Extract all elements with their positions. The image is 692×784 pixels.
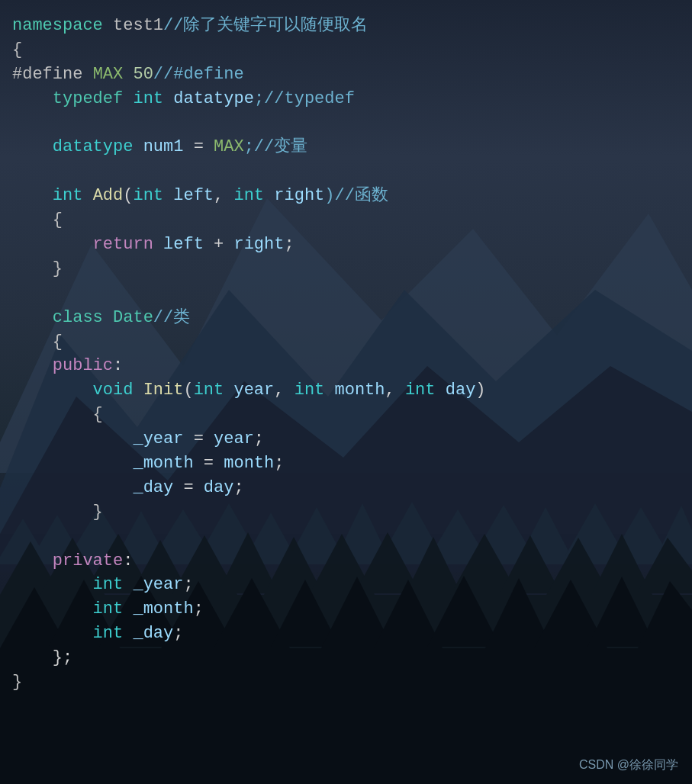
code-token: { (12, 405, 103, 424)
code-token: month (335, 381, 385, 400)
code-token: return (12, 235, 153, 254)
code-token: ; (254, 429, 264, 448)
code-line: class Date//类 (12, 306, 674, 330)
code-token: ; (183, 575, 193, 594)
code-token: _year (12, 429, 183, 448)
code-token: //除了关键字可以随便取名 (163, 16, 368, 35)
code-token (133, 381, 143, 400)
code-token: ) (475, 381, 485, 400)
code-token (133, 137, 143, 156)
code-token: MAX (214, 137, 244, 156)
code-token: private (12, 551, 123, 570)
code-token: )//函数 (324, 186, 388, 205)
code-line: private: (12, 549, 674, 574)
code-token (103, 16, 113, 35)
code-token: day (204, 478, 234, 497)
code-token: : (113, 356, 123, 375)
watermark-text: CSDN @徐徐同学 (579, 758, 678, 771)
code-token: + (204, 235, 234, 254)
code-token (324, 381, 334, 400)
code-token: left (173, 186, 214, 205)
code-token: class (12, 308, 103, 327)
code-token (103, 308, 113, 327)
code-token: right (233, 235, 284, 254)
code-token: Date (113, 308, 153, 327)
code-line (12, 281, 674, 306)
code-token: right (274, 186, 324, 205)
code-token: { (12, 210, 63, 230)
code-token: }; (12, 648, 72, 667)
code-token: int (194, 381, 224, 400)
code-line: typedef int datatype;//typedef (12, 87, 674, 111)
code-token: ;//变量 (244, 137, 308, 156)
code-token: _year (133, 575, 183, 594)
code-line: void Init(int year, int month, int day) (12, 378, 674, 403)
code-line: { (12, 38, 674, 63)
code-token: ; (173, 624, 183, 643)
code-token: int (133, 186, 163, 205)
code-line: int Add(int left, int right)//函数 (12, 184, 674, 208)
code-token: datatype (12, 137, 133, 156)
code-token: { (12, 40, 22, 59)
code-token (123, 624, 133, 643)
code-line: datatype num1 = MAX;//变量 (12, 135, 674, 159)
code-token: int (12, 186, 82, 205)
code-token: ; (274, 454, 284, 473)
code-token: _day (133, 624, 173, 643)
code-token: Init (143, 381, 184, 400)
code-token (224, 381, 233, 400)
code-token: : (123, 551, 133, 570)
code-token: typedef (12, 89, 123, 108)
code-token: int (295, 381, 325, 400)
code-token: day (446, 381, 476, 400)
code-token (436, 381, 446, 400)
code-token: datatype (173, 89, 254, 108)
code-line: } (12, 500, 674, 525)
code-token: int (405, 381, 436, 400)
code-token: #define (12, 65, 82, 84)
code-token: MAX (93, 65, 124, 84)
code-line: _month = month; (12, 451, 674, 476)
code-line: { (12, 208, 674, 233)
code-token: ( (183, 381, 193, 400)
code-token (123, 65, 133, 84)
code-display: namespace test1//除了关键字可以随便取名{#define MAX… (12, 14, 674, 695)
code-token: } (12, 259, 63, 278)
code-token: { (12, 333, 63, 352)
code-token: void (12, 381, 133, 400)
code-token: } (12, 503, 103, 522)
code-line (12, 159, 674, 184)
code-token: _month (133, 599, 193, 619)
code-line: namespace test1//除了关键字可以随便取名 (12, 14, 674, 38)
code-line: _year = year; (12, 427, 674, 451)
code-line: #define MAX 50//#define (12, 63, 674, 87)
code-token: , (274, 381, 294, 400)
code-token: ; (233, 478, 243, 497)
code-container: namespace test1//除了关键字可以随便取名{#define MAX… (0, 0, 692, 784)
code-line: public: (12, 354, 674, 378)
code-line: _day = day; (12, 476, 674, 500)
code-token: ;//typedef (254, 89, 355, 108)
code-token: ( (123, 186, 133, 205)
code-token: test1 (113, 16, 163, 35)
code-token: _month (12, 454, 194, 473)
code-token: year (233, 381, 274, 400)
code-token: num1 (143, 137, 184, 156)
code-line: { (12, 403, 674, 427)
code-token (82, 186, 92, 205)
code-token: int (133, 89, 163, 108)
code-line: return left + right; (12, 233, 674, 257)
code-token: = (183, 429, 214, 448)
code-line (12, 111, 674, 136)
code-token: ; (284, 235, 294, 254)
code-token: public (12, 356, 113, 375)
code-token: , (214, 186, 233, 205)
code-token (123, 89, 133, 108)
code-token: int (12, 624, 123, 643)
code-token: int (12, 575, 123, 594)
code-token: ; (194, 599, 204, 619)
code-token: = (173, 478, 204, 497)
code-line: int _day; (12, 622, 674, 646)
code-token: //类 (153, 308, 190, 327)
code-token: Add (93, 186, 124, 205)
